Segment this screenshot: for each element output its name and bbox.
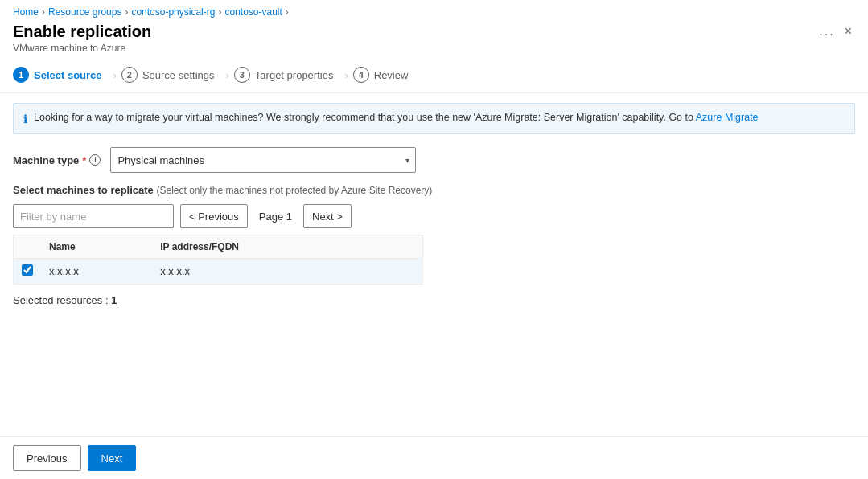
info-banner: ℹ Looking for a way to migrate your virt…: [13, 103, 855, 134]
next-page-button[interactable]: Next >: [303, 204, 352, 228]
breadcrumb-rg[interactable]: contoso-physical-rg: [131, 6, 215, 18]
machine-type-dropdown-wrapper: Physical machines VMware vSphere ▾: [110, 147, 416, 173]
step-1-number: 1: [13, 67, 29, 83]
machines-table: Name IP address/FQDN x.x.x.x x.x.x.x: [13, 235, 423, 285]
step-3-label: Target properties: [255, 69, 334, 81]
filter-by-name-input[interactable]: [13, 204, 174, 228]
select-machines-title: Select machines to replicate: [13, 184, 154, 196]
step-2-number: 2: [121, 67, 138, 83]
step-source-settings[interactable]: 2 Source settings: [121, 67, 215, 83]
breadcrumb-vault[interactable]: contoso-vault: [224, 6, 282, 18]
selected-resources-info: Selected resources : 1: [13, 294, 855, 306]
table-row: x.x.x.x x.x.x.x: [14, 259, 423, 285]
steps-bar: 1 Select source › 2 Source settings › 3 …: [0, 60, 868, 93]
table-header-name: Name: [41, 235, 152, 259]
step-4-label: Review: [374, 69, 409, 81]
info-banner-text-before: Looking for a way to migrate your virtua…: [34, 112, 696, 123]
machine-type-info-icon[interactable]: i: [89, 154, 101, 166]
step-target-properties[interactable]: 3 Target properties: [234, 67, 334, 83]
row-name: x.x.x.x: [41, 259, 152, 285]
machine-type-label: Machine type: [13, 154, 79, 166]
table-header-row: Name IP address/FQDN: [14, 235, 423, 259]
more-options-icon[interactable]: ...: [819, 24, 834, 39]
table-header-checkbox-col: [14, 235, 42, 259]
select-machines-hint: (Select only the machines not protected …: [156, 185, 432, 196]
previous-page-button[interactable]: < Previous: [180, 204, 248, 228]
step-select-source[interactable]: 1 Select source: [13, 67, 102, 83]
breadcrumb: Home › Resource groups › contoso-physica…: [0, 0, 868, 23]
table-controls: < Previous Page 1 Next >: [13, 204, 855, 228]
next-button[interactable]: Next: [88, 445, 137, 471]
previous-button[interactable]: Previous: [13, 445, 81, 471]
footer: Previous Next: [0, 436, 868, 479]
azure-migrate-link[interactable]: Azure Migrate: [696, 112, 759, 123]
row-ip: x.x.x.x: [152, 259, 382, 285]
breadcrumb-resource-groups[interactable]: Resource groups: [48, 6, 121, 18]
step-4-number: 4: [353, 67, 369, 83]
content-area: ℹ Looking for a way to migrate your virt…: [0, 93, 868, 436]
selected-resources-count: 1: [111, 294, 117, 306]
table-header-extra: [383, 235, 423, 259]
close-button[interactable]: ×: [841, 23, 855, 40]
info-banner-icon: ℹ: [23, 113, 27, 125]
page-title: Enable replication: [13, 23, 151, 41]
select-machines-section: Select machines to replicate (Select onl…: [13, 184, 855, 306]
row-checkbox-cell[interactable]: [14, 259, 42, 285]
selected-resources-label: Selected resources :: [13, 294, 109, 306]
step-review[interactable]: 4 Review: [353, 67, 409, 83]
breadcrumb-home[interactable]: Home: [13, 6, 39, 18]
page-indicator: Page 1: [254, 211, 297, 223]
required-indicator: *: [82, 154, 86, 166]
row-extra: [383, 259, 423, 285]
machine-type-row: Machine type * i Physical machines VMwar…: [13, 147, 855, 173]
panel-subtitle: VMware machine to Azure: [13, 43, 151, 54]
panel-header: Enable replication VMware machine to Azu…: [0, 23, 868, 60]
step-2-label: Source settings: [142, 69, 215, 81]
step-1-label: Select source: [34, 69, 102, 81]
row-checkbox[interactable]: [22, 264, 33, 276]
machine-type-select[interactable]: Physical machines VMware vSphere: [110, 147, 416, 173]
table-header-ip: IP address/FQDN: [152, 235, 382, 259]
step-3-number: 3: [234, 67, 250, 83]
